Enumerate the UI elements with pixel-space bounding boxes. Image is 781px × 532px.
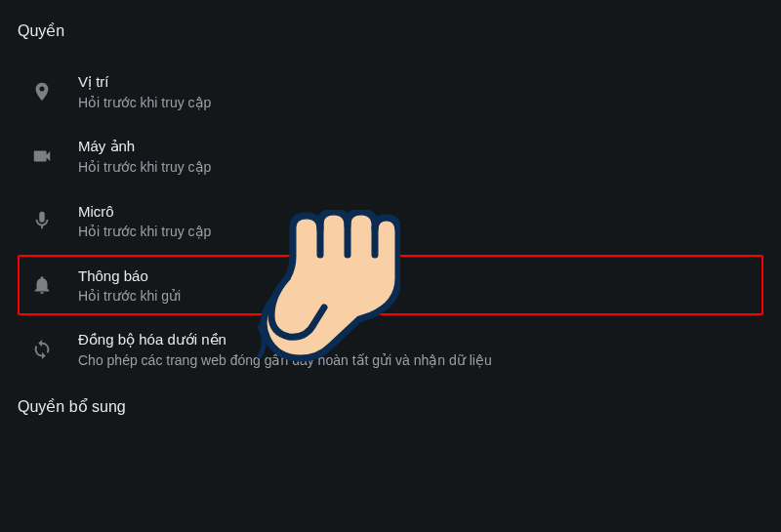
permission-subtitle: Hỏi trước khi truy cập — [78, 95, 211, 110]
bell-icon — [23, 266, 61, 304]
permission-row-camera[interactable]: Máy ảnh Hỏi trước khi truy cập — [18, 126, 763, 186]
permission-title: Thông báo — [78, 267, 181, 284]
microphone-icon — [23, 202, 61, 239]
permission-text: Máy ảnh Hỏi trước khi truy cập — [78, 138, 211, 175]
permission-text: Đồng bộ hóa dưới nền Cho phép các trang … — [78, 331, 492, 368]
section-header-additional-permissions: Quyền bổ sung — [18, 397, 763, 416]
permission-title: Đồng bộ hóa dưới nền — [78, 331, 492, 348]
permission-subtitle: Hỏi trước khi truy cập — [78, 159, 211, 175]
permission-subtitle: Hỏi trước khi gửi — [78, 288, 181, 304]
permission-subtitle: Hỏi trước khi truy cập — [78, 224, 211, 239]
permissions-page: Quyền Vị trí Hỏi trước khi truy cập Máy … — [0, 0, 781, 532]
permission-row-location[interactable]: Vị trí Hỏi trước khi truy cập — [18, 61, 763, 122]
permission-title: Máy ảnh — [78, 138, 211, 155]
permission-row-background-sync[interactable]: Đồng bộ hóa dưới nền Cho phép các trang … — [18, 319, 763, 380]
camera-icon — [23, 138, 61, 175]
permission-title: Micrô — [78, 203, 211, 220]
permission-title: Vị trí — [78, 73, 211, 91]
permission-text: Micrô Hỏi trước khi truy cập — [78, 203, 211, 239]
permission-row-microphone[interactable]: Micrô Hỏi trước khi truy cập — [18, 190, 763, 251]
location-pin-icon — [23, 73, 61, 110]
sync-icon — [23, 331, 61, 368]
permission-text: Thông báo Hỏi trước khi gửi — [78, 267, 181, 304]
permission-subtitle: Cho phép các trang web đóng gần đây hoàn… — [78, 352, 492, 368]
section-header-permissions: Quyền — [18, 21, 763, 40]
permission-text: Vị trí Hỏi trước khi truy cập — [78, 73, 211, 110]
permission-row-notifications[interactable]: Thông báo Hỏi trước khi gửi — [18, 255, 763, 315]
